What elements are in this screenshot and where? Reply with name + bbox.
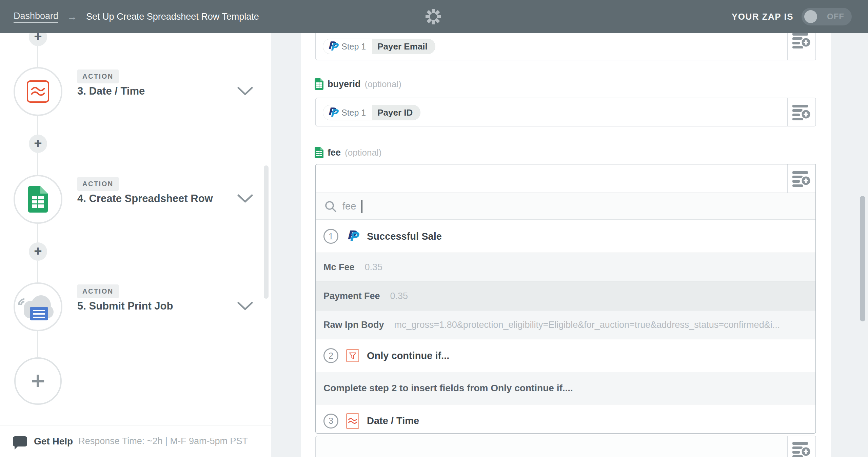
response-time-text: Response Time: ~2h | M-F 9am-5pm PST — [78, 436, 248, 446]
step-3-badge: ACTION — [77, 69, 119, 83]
step-5-chevron-down-icon[interactable] — [237, 302, 253, 311]
insert-fields-icon — [792, 33, 811, 48]
insert-fields-button-buyerid[interactable] — [787, 98, 815, 126]
help-footer: Get Help Response Time: ~2h | M-F 9am-5p… — [0, 425, 271, 457]
steps-sidebar: + ACTION 3. Date / Time + ACTION 4. Crea… — [0, 33, 271, 425]
dropdown-option-payment-fee[interactable]: Payment Fee 0.35 — [316, 282, 815, 311]
paypal-icon: PP — [328, 40, 337, 53]
main-scrollbar[interactable] — [860, 196, 865, 321]
insert-fields-icon — [792, 171, 811, 187]
step-4-badge: ACTION — [77, 177, 119, 191]
optional-tag: (optional) — [365, 79, 401, 90]
option-name: Mc Fee — [323, 262, 355, 273]
option-value: 0.35 — [365, 262, 815, 273]
insert-fields-icon — [792, 441, 811, 457]
field-mapping-panel: PP Step 1 Payer Email — [271, 33, 868, 457]
step-5-icon-circle[interactable] — [14, 282, 62, 331]
optional-tag: (optional) — [345, 147, 381, 158]
insert-fields-button-top[interactable] — [787, 33, 815, 60]
field-input-buyerid[interactable]: PP Step 1 Payer ID — [315, 98, 816, 126]
pill-step-label: Step 1 — [341, 42, 366, 52]
sidebar-item-step-4[interactable]: 4. Create Spreadsheet Row — [77, 193, 213, 205]
step-title: Only continue if... — [367, 350, 449, 361]
dropdown-option-raw-ipn-body[interactable]: Raw Ipn Body mc_gross=1.80&protection_el… — [316, 311, 815, 339]
dashboard-link[interactable]: Dashboard — [14, 11, 58, 23]
option-value: 0.35 — [390, 291, 815, 301]
dropdown-step-header-1[interactable]: 1 PP Successful Sale — [316, 220, 815, 253]
step-number-badge: 2 — [323, 348, 338, 363]
fee-label-row: fee (optional) — [315, 147, 381, 158]
toggle-state-label: OFF — [827, 8, 844, 25]
insert-fields-button-next[interactable] — [787, 436, 815, 457]
toggle-knob — [804, 10, 817, 23]
breadcrumb: Dashboard → Set Up Create Spreadsheet Ro… — [0, 11, 259, 23]
google-sheets-icon — [315, 78, 323, 90]
option-value: mc_gross=1.80&protection_eligibility=Eli… — [394, 320, 815, 330]
dropdown-step-header-3[interactable]: 3 Date / Time — [316, 404, 815, 434]
field-input-next[interactable] — [315, 436, 816, 457]
main-left-gutter — [271, 33, 301, 457]
add-step-button-bottom[interactable]: + — [14, 357, 62, 405]
date-time-icon — [27, 80, 49, 103]
google-sheets-icon — [28, 186, 48, 213]
buyerid-label-row: buyerid (optional) — [315, 78, 401, 90]
paypal-icon: PP — [347, 229, 358, 243]
step-number-badge: 3 — [323, 414, 338, 429]
search-query-text: fee — [342, 201, 356, 212]
insert-fields-icon — [792, 104, 811, 120]
add-step-button-mid2[interactable]: + — [29, 242, 47, 261]
pill-step-label: Step 1 — [341, 108, 366, 118]
step-4-icon-circle[interactable] — [14, 175, 62, 224]
step-3-chevron-down-icon[interactable] — [237, 87, 253, 96]
fee-field-with-dropdown: fee 1 PP Successful Sale Mc Fee 0.35 Pay… — [315, 164, 816, 434]
text-cursor — [361, 200, 362, 213]
step-3-icon-circle[interactable] — [14, 67, 62, 116]
dropdown-message-row: Complete step 2 to insert fields from On… — [316, 372, 815, 404]
pill-field-name: Payer ID — [372, 105, 420, 120]
page-title: Set Up Create Spreadsheet Row Template — [86, 12, 259, 22]
zap-on-off-toggle[interactable]: OFF — [802, 8, 852, 25]
mapped-field-pill-payer-id[interactable]: PP Step 1 Payer ID — [323, 105, 420, 120]
breadcrumb-arrow-icon: → — [67, 11, 77, 22]
top-header: Dashboard → Set Up Create Spreadsheet Ro… — [0, 0, 868, 33]
step-4-chevron-down-icon[interactable] — [237, 194, 253, 203]
zap-status-area: YOUR ZAP IS OFF — [732, 0, 852, 33]
field-label: fee — [328, 147, 341, 158]
chat-bubble-icon — [13, 436, 27, 446]
step-5-badge: ACTION — [77, 284, 119, 298]
option-name: Raw Ipn Body — [323, 320, 384, 330]
field-label: buyerid — [328, 79, 361, 90]
sidebar-scrollbar[interactable] — [264, 165, 269, 299]
field-input-fee[interactable] — [316, 164, 815, 193]
incomplete-step-message: Complete step 2 to insert fields from On… — [323, 383, 573, 394]
insert-fields-button-fee[interactable] — [787, 164, 815, 193]
sidebar-item-step-5[interactable]: 5. Submit Print Job — [77, 300, 173, 312]
mapped-field-pill-payer-email[interactable]: PP Step 1 Payer Email — [323, 39, 435, 54]
search-input[interactable]: fee — [316, 193, 815, 220]
dropdown-option-mc-fee[interactable]: Mc Fee 0.35 — [316, 253, 815, 282]
add-step-button-mid1[interactable]: + — [29, 135, 47, 153]
date-time-icon — [346, 413, 359, 429]
google-sheets-icon — [315, 147, 323, 158]
field-input-top[interactable]: PP Step 1 Payer Email — [315, 33, 816, 60]
pill-field-name: Payer Email — [372, 39, 435, 54]
zapier-logo-icon — [425, 8, 441, 25]
filter-icon — [346, 349, 359, 362]
search-icon — [324, 200, 337, 213]
step-title: Date / Time — [367, 415, 419, 426]
zap-status-label: YOUR ZAP IS — [732, 12, 793, 22]
zap-editor-page: Dashboard → Set Up Create Spreadsheet Ro… — [0, 0, 868, 457]
option-name: Payment Fee — [323, 291, 380, 301]
step-number-badge: 1 — [323, 229, 338, 244]
cloud-print-icon — [20, 293, 56, 320]
paypal-icon: PP — [328, 106, 337, 119]
sidebar-item-step-3[interactable]: 3. Date / Time — [77, 85, 145, 97]
step-title: Successful Sale — [367, 231, 442, 242]
dropdown-step-header-2[interactable]: 2 Only continue if... — [316, 339, 815, 372]
get-help-link[interactable]: Get Help — [34, 436, 73, 447]
